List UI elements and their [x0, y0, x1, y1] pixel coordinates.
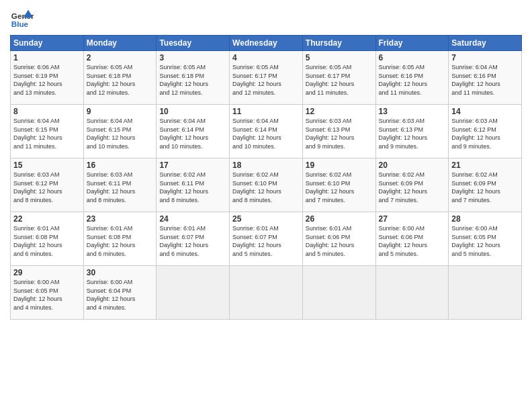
logo-icon: General Blue — [10, 7, 34, 31]
day-cell: 25Sunrise: 6:01 AM Sunset: 6:07 PM Dayli… — [230, 212, 303, 266]
header-cell-saturday: Saturday — [449, 36, 522, 51]
day-number: 9 — [87, 107, 154, 116]
day-cell: 27Sunrise: 6:00 AM Sunset: 6:06 PM Dayli… — [375, 212, 449, 266]
day-cell: 24Sunrise: 6:01 AM Sunset: 6:07 PM Dayli… — [157, 212, 230, 266]
day-number: 26 — [306, 214, 373, 224]
day-info: Sunrise: 6:04 AM Sunset: 6:15 PM Dayligh… — [87, 117, 154, 150]
day-cell: 2Sunrise: 6:05 AM Sunset: 6:18 PM Daylig… — [83, 51, 157, 105]
day-info: Sunrise: 6:05 AM Sunset: 6:17 PM Dayligh… — [306, 63, 373, 97]
day-info: Sunrise: 6:01 AM Sunset: 6:08 PM Dayligh… — [13, 224, 81, 258]
day-info: Sunrise: 6:00 AM Sunset: 6:05 PM Dayligh… — [451, 224, 519, 258]
week-row-2: 8Sunrise: 6:04 AM Sunset: 6:15 PM Daylig… — [11, 105, 522, 158]
day-info: Sunrise: 6:00 AM Sunset: 6:05 PM Dayligh… — [13, 278, 81, 312]
day-cell: 8Sunrise: 6:04 AM Sunset: 6:15 PM Daylig… — [11, 105, 84, 158]
header-cell-friday: Friday — [375, 36, 449, 51]
day-cell: 19Sunrise: 6:02 AM Sunset: 6:10 PM Dayli… — [302, 158, 375, 212]
day-cell: 12Sunrise: 6:03 AM Sunset: 6:13 PM Dayli… — [302, 105, 375, 158]
day-cell: 28Sunrise: 6:00 AM Sunset: 6:05 PM Dayli… — [449, 212, 522, 266]
day-info: Sunrise: 6:03 AM Sunset: 6:12 PM Dayligh… — [13, 171, 81, 204]
day-info: Sunrise: 6:02 AM Sunset: 6:09 PM Dayligh… — [451, 171, 519, 204]
week-row-5: 29Sunrise: 6:00 AM Sunset: 6:05 PM Dayli… — [11, 266, 522, 320]
logo: General Blue — [10, 7, 37, 31]
header-cell-tuesday: Tuesday — [157, 36, 230, 51]
day-number: 11 — [232, 107, 300, 116]
week-row-3: 15Sunrise: 6:03 AM Sunset: 6:12 PM Dayli… — [11, 158, 522, 212]
day-cell — [157, 266, 230, 320]
day-cell: 3Sunrise: 6:05 AM Sunset: 6:18 PM Daylig… — [157, 51, 230, 105]
day-cell: 29Sunrise: 6:00 AM Sunset: 6:05 PM Dayli… — [11, 266, 84, 320]
header-cell-sunday: Sunday — [11, 36, 84, 51]
day-number: 13 — [379, 107, 446, 116]
day-number: 27 — [379, 214, 446, 224]
day-cell: 22Sunrise: 6:01 AM Sunset: 6:08 PM Dayli… — [11, 212, 84, 266]
day-number: 30 — [87, 268, 154, 277]
day-number: 14 — [451, 107, 519, 116]
day-number: 10 — [159, 107, 226, 116]
day-number: 29 — [13, 268, 81, 277]
day-cell: 21Sunrise: 6:02 AM Sunset: 6:09 PM Dayli… — [449, 158, 522, 212]
day-info: Sunrise: 6:05 AM Sunset: 6:18 PM Dayligh… — [87, 63, 154, 97]
day-cell — [449, 266, 522, 320]
day-cell: 9Sunrise: 6:04 AM Sunset: 6:15 PM Daylig… — [83, 105, 157, 158]
day-number: 12 — [306, 107, 373, 116]
day-info: Sunrise: 6:01 AM Sunset: 6:07 PM Dayligh… — [159, 224, 226, 258]
day-info: Sunrise: 6:03 AM Sunset: 6:12 PM Dayligh… — [451, 117, 519, 150]
day-info: Sunrise: 6:03 AM Sunset: 6:11 PM Dayligh… — [87, 171, 154, 204]
page-container: General Blue SundayMondayTuesdayWednesda… — [0, 0, 532, 326]
day-number: 19 — [306, 161, 373, 170]
day-cell: 5Sunrise: 6:05 AM Sunset: 6:17 PM Daylig… — [302, 51, 375, 105]
day-number: 21 — [451, 161, 519, 170]
day-number: 8 — [13, 107, 81, 116]
day-number: 4 — [232, 53, 300, 62]
day-info: Sunrise: 6:03 AM Sunset: 6:13 PM Dayligh… — [379, 117, 446, 150]
day-number: 22 — [13, 214, 81, 224]
day-info: Sunrise: 6:02 AM Sunset: 6:09 PM Dayligh… — [379, 171, 446, 204]
day-number: 3 — [159, 53, 226, 62]
day-cell: 7Sunrise: 6:04 AM Sunset: 6:16 PM Daylig… — [449, 51, 522, 105]
day-number: 7 — [451, 53, 519, 62]
day-info: Sunrise: 6:04 AM Sunset: 6:14 PM Dayligh… — [159, 117, 226, 150]
day-cell: 10Sunrise: 6:04 AM Sunset: 6:14 PM Dayli… — [157, 105, 230, 158]
week-row-1: 1Sunrise: 6:06 AM Sunset: 6:19 PM Daylig… — [11, 51, 522, 105]
header-cell-thursday: Thursday — [302, 36, 375, 51]
day-cell: 16Sunrise: 6:03 AM Sunset: 6:11 PM Dayli… — [83, 158, 157, 212]
calendar-body: 1Sunrise: 6:06 AM Sunset: 6:19 PM Daylig… — [11, 51, 522, 320]
day-number: 16 — [87, 161, 154, 170]
day-info: Sunrise: 6:01 AM Sunset: 6:06 PM Dayligh… — [306, 224, 373, 258]
day-number: 2 — [87, 53, 154, 62]
day-info: Sunrise: 6:00 AM Sunset: 6:06 PM Dayligh… — [379, 224, 446, 258]
day-number: 18 — [232, 161, 300, 170]
day-cell: 20Sunrise: 6:02 AM Sunset: 6:09 PM Dayli… — [375, 158, 449, 212]
day-info: Sunrise: 6:05 AM Sunset: 6:18 PM Dayligh… — [159, 63, 226, 97]
day-cell — [375, 266, 449, 320]
day-info: Sunrise: 6:02 AM Sunset: 6:10 PM Dayligh… — [232, 171, 300, 204]
calendar-header-row: SundayMondayTuesdayWednesdayThursdayFrid… — [11, 36, 522, 51]
day-info: Sunrise: 6:02 AM Sunset: 6:11 PM Dayligh… — [159, 171, 226, 204]
day-cell: 6Sunrise: 6:05 AM Sunset: 6:16 PM Daylig… — [375, 51, 449, 105]
svg-text:Blue: Blue — [11, 19, 29, 28]
day-number: 15 — [13, 161, 81, 170]
day-number: 28 — [451, 214, 519, 224]
header-cell-wednesday: Wednesday — [230, 36, 303, 51]
day-number: 24 — [159, 214, 226, 224]
day-number: 17 — [159, 161, 226, 170]
day-cell: 13Sunrise: 6:03 AM Sunset: 6:13 PM Dayli… — [375, 105, 449, 158]
calendar-table: SundayMondayTuesdayWednesdayThursdayFrid… — [10, 35, 522, 320]
day-number: 1 — [13, 53, 81, 62]
day-info: Sunrise: 6:06 AM Sunset: 6:19 PM Dayligh… — [13, 63, 81, 97]
day-cell: 17Sunrise: 6:02 AM Sunset: 6:11 PM Dayli… — [157, 158, 230, 212]
day-info: Sunrise: 6:03 AM Sunset: 6:13 PM Dayligh… — [306, 117, 373, 150]
day-info: Sunrise: 6:01 AM Sunset: 6:07 PM Dayligh… — [232, 224, 300, 258]
day-cell: 26Sunrise: 6:01 AM Sunset: 6:06 PM Dayli… — [302, 212, 375, 266]
day-info: Sunrise: 6:05 AM Sunset: 6:16 PM Dayligh… — [379, 63, 446, 97]
day-cell: 4Sunrise: 6:05 AM Sunset: 6:17 PM Daylig… — [230, 51, 303, 105]
day-cell: 11Sunrise: 6:04 AM Sunset: 6:14 PM Dayli… — [230, 105, 303, 158]
page-header: General Blue — [10, 7, 522, 31]
header-cell-monday: Monday — [83, 36, 157, 51]
day-cell: 14Sunrise: 6:03 AM Sunset: 6:12 PM Dayli… — [449, 105, 522, 158]
day-cell: 18Sunrise: 6:02 AM Sunset: 6:10 PM Dayli… — [230, 158, 303, 212]
day-number: 5 — [306, 53, 373, 62]
day-cell — [230, 266, 303, 320]
day-info: Sunrise: 6:02 AM Sunset: 6:10 PM Dayligh… — [306, 171, 373, 204]
day-info: Sunrise: 6:01 AM Sunset: 6:08 PM Dayligh… — [87, 224, 154, 258]
